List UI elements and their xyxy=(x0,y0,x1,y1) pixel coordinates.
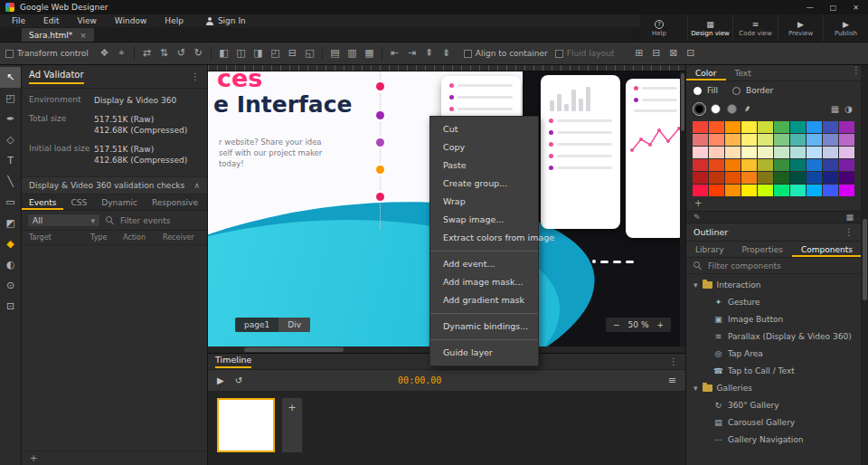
zoom-out-button[interactable]: − xyxy=(613,320,620,329)
palette-swatch[interactable] xyxy=(693,185,708,196)
color-panel-menu-icon[interactable]: ⋮ xyxy=(852,65,861,81)
tab-properties[interactable]: Properties xyxy=(732,242,791,257)
palette-swatch[interactable] xyxy=(741,185,757,196)
component-tree-row[interactable]: ↻ 360° Gallery xyxy=(686,396,861,413)
context-menu-item[interactable]: Copy xyxy=(430,138,538,157)
menu-file[interactable]: File xyxy=(4,16,33,25)
vertical-scrollbar-thumb[interactable] xyxy=(681,73,684,131)
context-menu-item[interactable]: Create group... xyxy=(430,175,538,193)
panel-menu-icon[interactable]: ⋮ xyxy=(191,71,200,81)
collapse-icon[interactable]: ∧ xyxy=(193,181,200,190)
menu-help[interactable]: Help xyxy=(156,16,192,25)
palette-swatch[interactable] xyxy=(807,121,822,133)
selection-tool[interactable]: ↖ xyxy=(0,67,21,88)
distribute-grid-icon[interactable]: ▦ xyxy=(361,45,378,62)
design-card-3[interactable] xyxy=(626,79,685,238)
menu-window[interactable]: Window xyxy=(107,16,156,25)
align-middle-icon[interactable]: ⊟ xyxy=(284,45,301,62)
context-menu-item[interactable]: Extract colors from image xyxy=(430,229,538,247)
tag-tool[interactable]: ◇ xyxy=(0,129,21,150)
palette-swatch[interactable] xyxy=(774,159,789,171)
palette-swatch[interactable] xyxy=(758,147,773,158)
design-card-2[interactable] xyxy=(541,75,620,229)
palette-swatch[interactable] xyxy=(725,121,741,133)
match-height-icon[interactable]: ⇟ xyxy=(438,45,455,62)
3d-rotate-tool[interactable]: ◰ xyxy=(0,88,21,109)
palette-swatch[interactable] xyxy=(725,134,741,146)
palette-swatch[interactable] xyxy=(839,134,854,146)
context-menu-item[interactable]: Paste xyxy=(430,157,538,175)
design-body-text[interactable]: r website? Share your idea self with our… xyxy=(219,137,322,169)
context-menu-item[interactable]: Add event... xyxy=(430,255,538,273)
palette-swatch[interactable] xyxy=(807,185,822,196)
fluid-layout-checkbox[interactable] xyxy=(555,50,563,58)
palette-swatch[interactable] xyxy=(741,134,757,146)
palette-swatch[interactable] xyxy=(693,121,708,133)
tab-events[interactable]: Events xyxy=(22,195,63,210)
component-tree-row[interactable]: ⋯ Gallery Navigation xyxy=(686,431,861,448)
close-button[interactable]: ✕ xyxy=(853,4,859,12)
palette-swatch[interactable] xyxy=(693,147,708,158)
edit-color-icon[interactable]: ✎ xyxy=(693,213,701,222)
align-right-icon[interactable]: ◨ xyxy=(250,45,267,62)
palette-swatch[interactable] xyxy=(774,185,789,196)
palette-swatch[interactable] xyxy=(758,121,773,133)
text-tool[interactable]: T xyxy=(0,150,21,171)
context-menu-item[interactable] xyxy=(430,339,538,340)
zoom-tool[interactable]: ⊙ xyxy=(0,275,21,296)
send-backward-icon[interactable]: ⊡ xyxy=(682,45,699,62)
design-dot[interactable] xyxy=(376,111,384,119)
sign-in-button[interactable]: Sign In xyxy=(206,16,246,25)
palette-swatch[interactable] xyxy=(709,134,724,146)
flip-vertical-icon[interactable]: ⇅ xyxy=(156,45,173,62)
fullscreen-preview-tool[interactable]: ⊡ xyxy=(0,296,21,317)
context-menu-item[interactable]: Guide layer xyxy=(430,344,538,362)
align-to-container-checkbox[interactable] xyxy=(464,50,472,58)
transform-control-checkbox[interactable] xyxy=(5,50,14,58)
context-menu-item[interactable] xyxy=(430,251,538,251)
palette-swatch[interactable] xyxy=(790,121,806,133)
menu-edit[interactable]: Edit xyxy=(35,16,67,25)
border-radio[interactable] xyxy=(732,87,741,95)
palette-swatch[interactable] xyxy=(790,147,806,158)
palette-swatch[interactable] xyxy=(725,147,741,158)
component-tree-row[interactable]: ☎ Tap to Call / Text xyxy=(686,362,861,379)
code-view-button[interactable]: ≡ Code view xyxy=(732,14,778,42)
preview-button[interactable]: ▶ Preview xyxy=(778,14,823,42)
palette-swatch[interactable] xyxy=(709,172,724,184)
filter-events-input[interactable] xyxy=(120,216,202,225)
rotate-cw-icon[interactable]: ↻ xyxy=(190,45,207,62)
design-view-button[interactable]: ▦ Design view xyxy=(687,14,732,42)
help-button[interactable]: ? Help xyxy=(640,14,678,42)
line-tool[interactable]: ╲ xyxy=(0,171,21,192)
vertical-scrollbar[interactable] xyxy=(680,71,685,346)
tab-color[interactable]: Color xyxy=(686,65,726,81)
rotate-ccw-icon[interactable]: ↺ xyxy=(173,45,190,62)
palette-swatch[interactable] xyxy=(839,185,854,196)
ungroup-icon[interactable]: ⊟ xyxy=(647,45,665,62)
palette-swatch[interactable] xyxy=(823,134,838,146)
palette-swatch[interactable] xyxy=(790,159,806,171)
palette-swatch[interactable] xyxy=(758,159,773,171)
align-top-icon[interactable]: ◰ xyxy=(267,45,284,62)
palette-swatch[interactable] xyxy=(741,147,757,158)
color-chip[interactable] xyxy=(711,104,721,114)
transform-origin-icon[interactable]: ⌖ xyxy=(113,45,130,62)
3d-stage-tool[interactable]: ◩ xyxy=(0,213,21,233)
color-wheel-icon[interactable]: ◑ xyxy=(844,104,853,114)
swatch-options-icon[interactable]: ▦ xyxy=(845,213,854,222)
palette-swatch[interactable] xyxy=(807,159,822,171)
palette-swatch[interactable] xyxy=(823,185,838,196)
maximize-button[interactable]: □ xyxy=(830,4,837,12)
design-dot[interactable] xyxy=(376,193,384,201)
design-dot[interactable] xyxy=(376,82,384,90)
minimize-button[interactable]: — xyxy=(807,4,814,12)
zoom-level[interactable]: 50 % xyxy=(628,320,649,329)
distribute-vertical-icon[interactable]: ▥ xyxy=(344,45,361,62)
palette-swatch[interactable] xyxy=(839,172,854,184)
tab-components[interactable]: Components xyxy=(792,242,862,257)
align-left-icon[interactable]: ◧ xyxy=(215,45,232,62)
align-center-horizontal-icon[interactable]: ◫ xyxy=(232,45,250,62)
flip-horizontal-icon[interactable]: ⇄ xyxy=(138,45,156,62)
design-heading-accent[interactable]: ces xyxy=(217,71,262,92)
